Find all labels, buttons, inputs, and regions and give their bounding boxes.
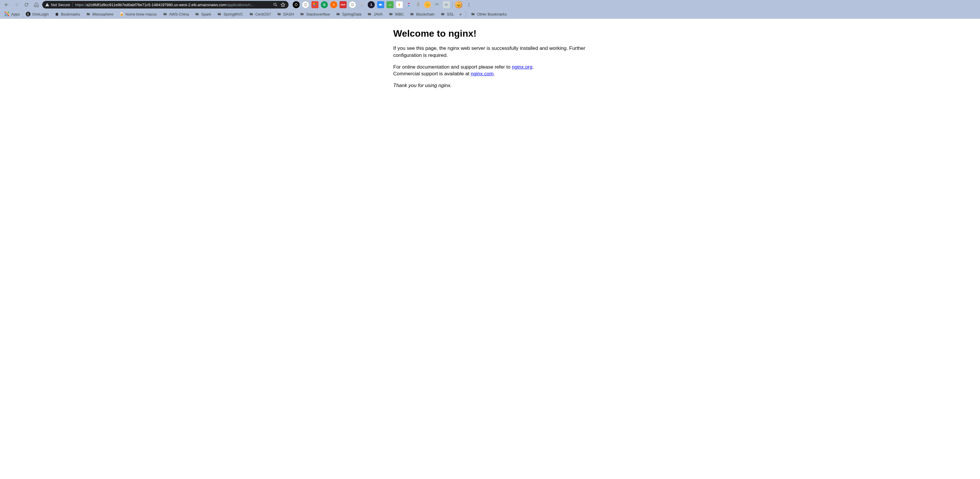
nginx-com-link[interactable]: nginx.com (471, 71, 493, 76)
svg-rect-11 (437, 4, 437, 5)
bookmark-spark[interactable]: Spark (192, 11, 213, 18)
svg-rect-13 (446, 4, 447, 6)
extension-icon-15[interactable]: 😊 (424, 1, 431, 8)
beer-icon: 🍺 (119, 12, 124, 16)
page-heading: Welcome to nginx! (393, 28, 587, 39)
bookmark-other[interactable]: Other Bookmarks (468, 11, 509, 18)
svg-rect-14 (447, 4, 448, 6)
zoom-icon[interactable] (273, 2, 278, 7)
bookmark-wbc[interactable]: WBC (386, 11, 406, 18)
bookmarks-overflow[interactable]: » (458, 11, 463, 18)
extension-icon-2[interactable] (302, 1, 309, 8)
bookmarks-bar: Apps 1 OneLogin Bookmarks Mesosphere 🍺 h… (0, 10, 980, 19)
toolbar-right: G PDF 1 (293, 1, 473, 9)
folder-icon (441, 12, 445, 16)
svg-point-17 (469, 6, 469, 6)
folder-icon (277, 12, 282, 16)
svg-point-15 (469, 3, 469, 4)
reload-button[interactable] (22, 1, 30, 9)
address-bar[interactable]: Not Secure https://a2c8fdf1d9cc911e9b7ed… (42, 1, 288, 8)
divider (72, 2, 73, 7)
bookmark-blockchain[interactable]: Blockchain (407, 11, 437, 18)
extension-icon-1[interactable] (293, 1, 300, 8)
extension-icon-16[interactable] (433, 1, 441, 8)
page-thank-you: Thank you for using nginx. (393, 82, 587, 89)
svg-point-10 (437, 3, 439, 6)
svg-rect-7 (352, 5, 353, 6)
onelogin-icon: 1 (26, 12, 30, 16)
forward-button[interactable] (12, 1, 21, 9)
folder-icon (217, 12, 222, 16)
url-path: /applications/n… (226, 3, 254, 7)
extension-icon-10[interactable] (377, 1, 384, 8)
svg-point-2 (295, 3, 298, 6)
bookmark-bookmarks[interactable]: Bookmarks (52, 11, 83, 18)
svg-point-5 (305, 4, 305, 4)
back-button[interactable] (2, 1, 11, 9)
bookmark-springdata[interactable]: SpringData (333, 11, 364, 18)
extension-icon-7[interactable] (349, 1, 356, 8)
bookmark-homebrew[interactable]: 🍺 home brew macos (117, 11, 159, 18)
folder-icon (163, 12, 167, 16)
svg-line-1 (276, 5, 277, 6)
bookmark-onelogin[interactable]: 1 OneLogin (24, 11, 51, 18)
url-domain: a2c8fdf1d9cc911e9b7ed0abf76e71c5-1484197… (86, 3, 226, 7)
url-text[interactable]: https://a2c8fdf1d9cc911e9b7ed0abf76e71c5… (75, 3, 270, 7)
menu-button[interactable] (465, 1, 473, 9)
extension-icon-12[interactable] (396, 1, 403, 8)
folder-icon (336, 12, 340, 16)
extension-icon-9[interactable]: 1 (368, 1, 375, 8)
extension-icon-14[interactable] (415, 1, 422, 8)
bookmark-centos7[interactable]: CentOS7 (247, 11, 273, 18)
folder-icon (300, 12, 304, 16)
extension-icon-6[interactable]: PDF (340, 1, 347, 8)
svg-point-0 (274, 3, 276, 6)
folder-icon (86, 12, 91, 16)
bookmark-stackoverflow[interactable]: Stackoverflow (298, 11, 332, 18)
bookmark-dash[interactable]: DASH (274, 11, 296, 18)
extension-icon-8[interactable] (358, 1, 365, 8)
not-secure-label: Not Secure (51, 3, 70, 7)
page-content: Welcome to nginx! If you see this page, … (393, 19, 587, 100)
folder-icon (367, 12, 372, 16)
browser-toolbar: Not Secure https://a2c8fdf1d9cc911e9b7ed… (0, 0, 980, 10)
star-icon[interactable] (280, 2, 286, 7)
folder-icon (410, 12, 414, 16)
star-icon (54, 12, 59, 16)
security-badge[interactable]: Not Secure (45, 3, 70, 7)
svg-rect-4 (305, 5, 306, 6)
extension-icon-13[interactable] (405, 1, 412, 8)
svg-rect-12 (445, 4, 446, 6)
page-paragraph-2: For online documentation and support ple… (393, 64, 587, 78)
folder-icon (388, 12, 393, 16)
url-protocol: https (75, 3, 83, 7)
folder-icon (195, 12, 199, 16)
folder-icon (471, 12, 475, 16)
profile-avatar[interactable]: 🐱 (455, 1, 463, 8)
extension-icon-4[interactable]: G (321, 1, 328, 8)
extension-icon-11[interactable] (387, 1, 393, 8)
bookmark-mesosphere[interactable]: Mesosphere (84, 11, 116, 18)
svg-point-9 (435, 3, 437, 6)
extension-icon-17[interactable] (443, 1, 450, 8)
bookmark-springmvc[interactable]: SpringMVC (215, 11, 245, 18)
home-button[interactable] (32, 1, 40, 9)
page-paragraph-1: If you see this page, the nginx web serv… (393, 45, 587, 59)
bookmark-ssl[interactable]: SSL (438, 11, 457, 18)
extension-icon-5[interactable] (330, 1, 337, 8)
extension-icon-3[interactable] (312, 1, 318, 8)
apps-button[interactable]: Apps (2, 11, 22, 18)
divider (466, 11, 466, 17)
bookmark-aws-china[interactable]: AWS-China (161, 11, 191, 18)
svg-point-16 (469, 5, 469, 5)
warning-icon (45, 3, 49, 7)
nginx-org-link[interactable]: nginx.org (512, 64, 532, 70)
folder-icon (249, 12, 254, 16)
bookmark-java[interactable]: JAVA (365, 11, 385, 18)
apps-icon (5, 12, 10, 16)
